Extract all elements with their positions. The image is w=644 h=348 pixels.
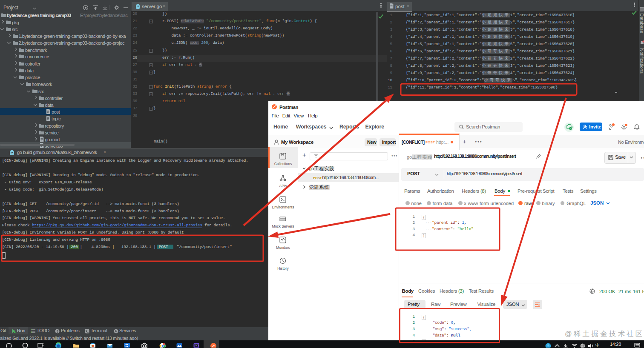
svg-text:GO: GO — [195, 344, 198, 347]
svg-text:?: ? — [547, 344, 549, 348]
